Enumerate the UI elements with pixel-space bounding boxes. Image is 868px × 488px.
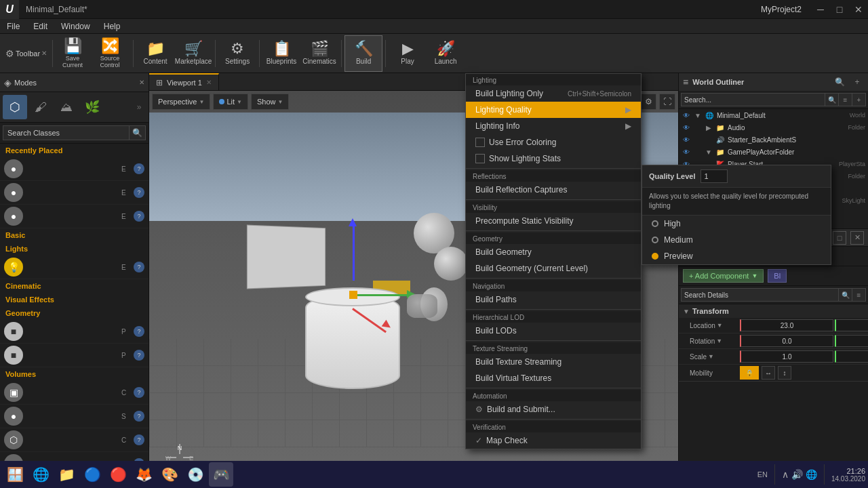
viewport-tab-1[interactable]: ⊞ Viewport 1 ✕ xyxy=(149,73,219,90)
class-badge[interactable]: ? xyxy=(134,387,144,398)
build-lods-item[interactable]: Build LODs xyxy=(466,323,641,339)
build-texture-streaming-item[interactable]: Build Texture Streaming xyxy=(466,354,641,370)
class-badge[interactable]: ? xyxy=(134,350,144,361)
taskbar-chrome-icon[interactable]: 🔵 xyxy=(80,462,104,487)
location-y-input[interactable] xyxy=(835,319,868,331)
cinematics-button[interactable]: 🎬 Cinematics xyxy=(300,35,338,72)
expand-icon[interactable]: ▼ xyxy=(694,111,702,119)
mode-foliage-button[interactable]: 🌿 xyxy=(80,95,104,119)
modes-close-icon[interactable]: ✕ xyxy=(139,79,144,86)
list-item[interactable]: 👁 ▼ 🌐 Minimal_Default World xyxy=(679,109,868,121)
taskbar-ie-icon[interactable]: 🌐 xyxy=(28,462,53,487)
error-coloring-checkbox[interactable] xyxy=(475,138,485,147)
maximize-viewport-icon[interactable]: ⛶ xyxy=(659,94,675,110)
list-item[interactable]: ● E ? xyxy=(0,157,149,181)
add-component-button[interactable]: + Add Component ▼ xyxy=(683,269,764,283)
menu-file[interactable]: File xyxy=(0,19,26,33)
taskbar-network-icon[interactable]: 🌐 xyxy=(806,469,817,480)
play-button[interactable]: ▶ Play xyxy=(389,35,427,72)
viewport-settings-icon[interactable]: ⚙ xyxy=(640,94,656,110)
modes-expand-button[interactable]: » xyxy=(132,95,146,119)
visibility-eye-icon[interactable]: 👁 xyxy=(682,147,691,157)
class-badge[interactable]: ? xyxy=(134,163,144,174)
launch-button[interactable]: 🚀 Launch xyxy=(427,35,465,72)
save-current-button[interactable]: 💾 Save Current xyxy=(56,35,90,72)
taskbar-start-button[interactable]: 🪟 xyxy=(3,462,27,487)
class-badge[interactable]: ? xyxy=(134,326,144,337)
class-badge[interactable]: ? xyxy=(134,187,144,198)
map-check-item[interactable]: ✓ Map Check xyxy=(466,432,641,449)
expand-icon[interactable]: ▼ xyxy=(705,148,713,156)
minimize-button[interactable]: ─ xyxy=(811,0,830,19)
show-lighting-stats-item[interactable]: Show Lighting Stats xyxy=(466,150,641,167)
quality-preview-option[interactable]: Preview xyxy=(642,248,831,264)
taskbar-ue-icon[interactable]: 🎮 xyxy=(209,462,233,487)
list-item[interactable]: ● E ? xyxy=(0,181,149,205)
content-button[interactable]: 📁 Content xyxy=(136,35,174,72)
world-outliner-add-item-icon[interactable]: + xyxy=(852,93,866,106)
menu-edit[interactable]: Edit xyxy=(26,19,54,33)
quality-level-input[interactable] xyxy=(701,169,728,183)
list-item[interactable]: ● E ? xyxy=(0,205,149,228)
taskbar-firefox-icon[interactable]: 🦊 xyxy=(132,462,156,487)
taskbar-speaker-icon[interactable]: 🔊 xyxy=(791,469,803,480)
build-lighting-only-item[interactable]: Build Lighting Only Ctrl+Shift+Semicolon xyxy=(466,85,641,102)
quality-medium-option[interactable]: Medium xyxy=(642,232,831,248)
show-button[interactable]: Show ▼ xyxy=(251,94,289,110)
class-badge[interactable]: ? xyxy=(134,211,144,222)
section-visual-effects[interactable]: Visual Effects xyxy=(0,293,149,306)
list-item[interactable]: ▣ C ? xyxy=(0,381,149,405)
transform-section-header[interactable]: ▼ Transform xyxy=(679,304,868,318)
lighting-quality-item[interactable]: Lighting Quality ▶ xyxy=(466,102,641,118)
blueprint-button[interactable]: Bl xyxy=(768,269,787,283)
details-filter-icon[interactable]: ≡ xyxy=(852,288,866,302)
taskbar-drive-icon[interactable]: 💿 xyxy=(183,462,208,487)
build-paths-item[interactable]: Build Paths xyxy=(466,291,641,308)
details-search-icon[interactable]: 🔍 xyxy=(839,288,852,302)
mode-paint-button[interactable]: 🖌 xyxy=(28,95,53,119)
toolbar-close-icon[interactable]: ✕ xyxy=(41,49,47,57)
location-x-input[interactable] xyxy=(740,319,833,331)
world-outliner-search-input[interactable] xyxy=(681,93,825,106)
expand-icon[interactable]: ▶ xyxy=(705,123,713,131)
rotation-y-input[interactable] xyxy=(835,335,868,347)
blueprints-button[interactable]: 📋 Blueprints xyxy=(262,35,300,72)
class-badge[interactable]: ? xyxy=(134,262,144,272)
settings-button[interactable]: ⚙ Settings xyxy=(218,35,256,72)
mobility-movable-button[interactable]: ↕ xyxy=(778,366,791,380)
taskbar-up-icon[interactable]: ∧ xyxy=(782,469,789,480)
scale-x-input[interactable] xyxy=(740,350,833,363)
visibility-eye-icon[interactable]: 👁 xyxy=(682,135,691,144)
perspective-button[interactable]: Perspective ▼ xyxy=(152,94,210,110)
section-lights[interactable]: Lights xyxy=(0,242,149,256)
details-maximize-btn[interactable]: □ xyxy=(833,231,846,245)
class-badge[interactable]: ? xyxy=(134,434,144,445)
taskbar-opera-icon[interactable]: 🔴 xyxy=(106,462,130,487)
build-geometry-current-item[interactable]: Build Geometry (Current Level) xyxy=(466,260,641,277)
visibility-eye-icon[interactable]: 👁 xyxy=(682,110,691,120)
world-outliner-search-btn[interactable]: 🔍 xyxy=(833,75,846,89)
build-and-submit-item[interactable]: ⚙ Build and Submit... xyxy=(466,401,641,418)
taskbar-paint-icon[interactable]: 🎨 xyxy=(157,462,182,487)
list-item[interactable]: 👁 ▶ 📁 Audio Folder xyxy=(679,121,868,134)
world-outliner-filter-icon[interactable]: ≡ xyxy=(839,93,852,106)
class-badge[interactable]: ? xyxy=(134,411,144,422)
viewport-tab-close[interactable]: ✕ xyxy=(206,79,212,86)
mobility-static-button[interactable]: 🔒 xyxy=(740,366,759,380)
lighting-stats-checkbox[interactable] xyxy=(475,154,485,163)
precompute-static-visibility-item[interactable]: Precompute Static Visibility xyxy=(466,213,641,229)
marketplace-button[interactable]: 🛒 Marketplace xyxy=(174,35,212,72)
details-close-btn[interactable]: ✕ xyxy=(850,231,864,245)
mobility-stationary-button[interactable]: ↔ xyxy=(762,366,775,380)
maximize-button[interactable]: □ xyxy=(830,0,849,19)
list-item[interactable]: 👁 🔊 Starter_BackAmbientS xyxy=(679,134,868,146)
use-error-coloring-item[interactable]: Use Error Coloring xyxy=(466,134,641,150)
menu-window[interactable]: Window xyxy=(54,19,97,33)
section-recently-placed[interactable]: Recently Placed xyxy=(0,144,149,157)
close-button[interactable]: ✕ xyxy=(849,0,868,19)
list-item[interactable]: ■ P ? xyxy=(0,320,149,344)
list-item[interactable]: ■ P ? xyxy=(0,344,149,367)
world-outliner-search-icon[interactable]: 🔍 xyxy=(825,93,839,106)
list-item[interactable]: 👁 ▼ 📁 GamePlayActorFolder xyxy=(679,146,868,158)
details-search-input[interactable] xyxy=(681,288,839,302)
